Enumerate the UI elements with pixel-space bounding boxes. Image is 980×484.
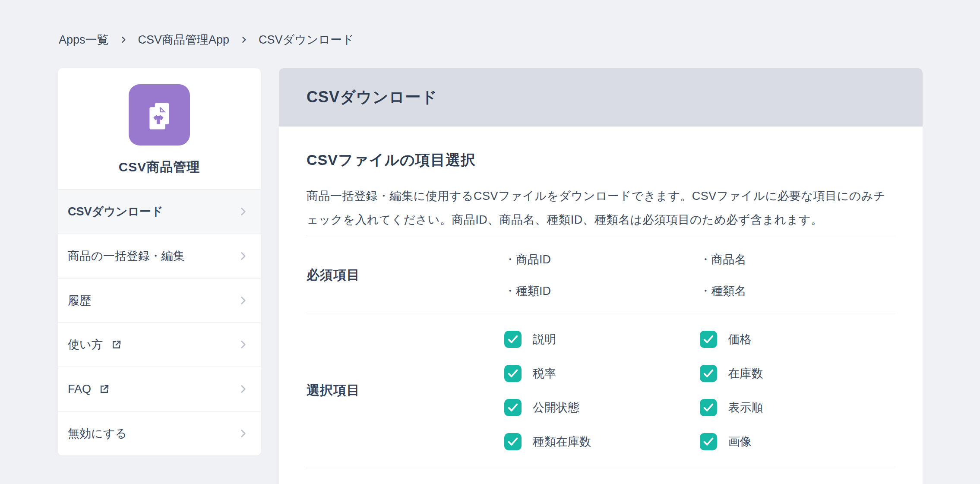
breadcrumb: Apps一覧 CSV商品管理App CSVダウンロード: [59, 32, 354, 47]
checkbox-label: 説明: [533, 332, 556, 347]
checkbox-checked[interactable]: [700, 433, 717, 450]
required-items-list: ・商品ID ・商品名 ・種類ID ・種類名: [504, 236, 895, 314]
checkbox-label: 税率: [533, 366, 556, 381]
checkbox-field[interactable]: 在庫数: [700, 357, 895, 391]
checkbox-field[interactable]: 説明: [504, 323, 700, 357]
sidebar-menu-item-label: 無効にする: [68, 426, 127, 441]
sidebar-menu-item[interactable]: 使い方: [58, 323, 261, 367]
required-item: ・商品ID: [504, 244, 700, 275]
breadcrumb-apps-list[interactable]: Apps一覧: [59, 32, 109, 47]
checkbox-field[interactable]: 種類在庫数: [504, 425, 700, 459]
sidebar-menu-item-label: 商品の一括登録・編集: [68, 248, 185, 264]
checkbox-checked[interactable]: [700, 399, 717, 416]
checkbox-label: 種類在庫数: [533, 434, 591, 449]
page: Apps一覧 CSV商品管理App CSVダウンロード CSV商品管理 C: [0, 0, 980, 484]
app-name: CSV商品管理: [119, 158, 200, 176]
app-sidebar: CSV商品管理 CSVダウンロード 商品の一括登録・編集 履歴 使い方: [58, 68, 261, 456]
checkbox-label: 表示順: [728, 400, 763, 415]
main-panel: CSVダウンロード CSVファイルの項目選択 商品一括登録・編集に使用するCSV…: [279, 68, 923, 484]
required-item: ・商品名: [700, 244, 895, 275]
checkbox-checked[interactable]: [504, 433, 522, 450]
checkbox-label: 公開状態: [533, 400, 579, 415]
required-items-row: 必須項目 ・商品ID ・商品名 ・種類ID ・種類名: [307, 236, 895, 314]
checkbox-checked[interactable]: [700, 365, 717, 382]
csv-product-app-icon: [129, 84, 190, 146]
chevron-right-icon: [237, 250, 249, 262]
section-description: 商品一括登録・編集に使用するCSVファイルをダウンロードできます。CSVファイル…: [307, 184, 895, 232]
page-title: CSVダウンロード: [307, 87, 437, 108]
checkbox-field[interactable]: 公開状態: [504, 391, 700, 425]
section-title: CSVファイルの項目選択: [307, 151, 895, 169]
sidebar-menu-item-label: FAQ: [68, 383, 91, 396]
checkbox-label: 画像: [728, 434, 752, 449]
required-items-label: 必須項目: [307, 236, 504, 314]
sidebar-menu-item[interactable]: CSVダウンロード: [58, 190, 261, 234]
checkbox-field[interactable]: 表示順: [700, 391, 895, 425]
checkbox-checked[interactable]: [504, 365, 522, 382]
sidebar-menu-item[interactable]: 無効にする: [58, 411, 261, 456]
sidebar-menu-item-label: CSVダウンロード: [68, 204, 163, 219]
checkbox-checked[interactable]: [504, 331, 522, 348]
csv-items-table: 必須項目 ・商品ID ・商品名 ・種類ID ・種類名 選択項目 説明 価格 税率: [307, 236, 895, 467]
sidebar-menu-item[interactable]: 商品の一括登録・編集: [58, 234, 261, 278]
sidebar-menu-item-label: 履歴: [68, 293, 91, 308]
chevron-right-icon: [119, 35, 128, 44]
chevron-right-icon: [237, 295, 249, 306]
optional-items-row: 選択項目 説明 価格 税率 在庫数 公開状態 表示: [307, 314, 895, 467]
documents-tshirt-icon: [139, 94, 180, 136]
sidebar-menu-item[interactable]: FAQ: [58, 367, 261, 411]
chevron-right-icon: [237, 206, 249, 217]
optional-items-list: 説明 価格 税率 在庫数 公開状態 表示順 種類在庫数: [504, 314, 895, 467]
external-link-icon: [99, 384, 110, 395]
external-link-icon: [111, 339, 122, 350]
sidebar-menu: CSVダウンロード 商品の一括登録・編集 履歴 使い方: [58, 190, 261, 456]
page-content: CSVファイルの項目選択 商品一括登録・編集に使用するCSVファイルをダウンロー…: [279, 151, 923, 467]
page-header: CSVダウンロード: [279, 68, 923, 127]
chevron-right-icon: [237, 339, 249, 350]
optional-items-label: 選択項目: [307, 314, 504, 467]
chevron-right-icon: [237, 383, 249, 395]
app-header: CSV商品管理: [58, 68, 261, 190]
required-item: ・種類名: [700, 275, 895, 307]
breadcrumb-app[interactable]: CSV商品管理App: [138, 32, 230, 47]
sidebar-menu-item[interactable]: 履歴: [58, 278, 261, 323]
checkbox-field[interactable]: 画像: [700, 425, 895, 459]
chevron-right-icon: [237, 428, 249, 439]
checkbox-label: 価格: [728, 332, 752, 347]
chevron-right-icon: [240, 35, 248, 44]
sidebar-menu-item-label: 使い方: [68, 337, 103, 352]
required-item: ・種類ID: [504, 275, 700, 307]
checkbox-label: 在庫数: [728, 366, 763, 381]
checkbox-field[interactable]: 税率: [504, 357, 700, 391]
breadcrumb-current-page: CSVダウンロード: [259, 32, 354, 47]
checkbox-field[interactable]: 価格: [700, 323, 895, 357]
checkbox-checked[interactable]: [504, 399, 522, 416]
checkbox-checked[interactable]: [700, 331, 717, 348]
